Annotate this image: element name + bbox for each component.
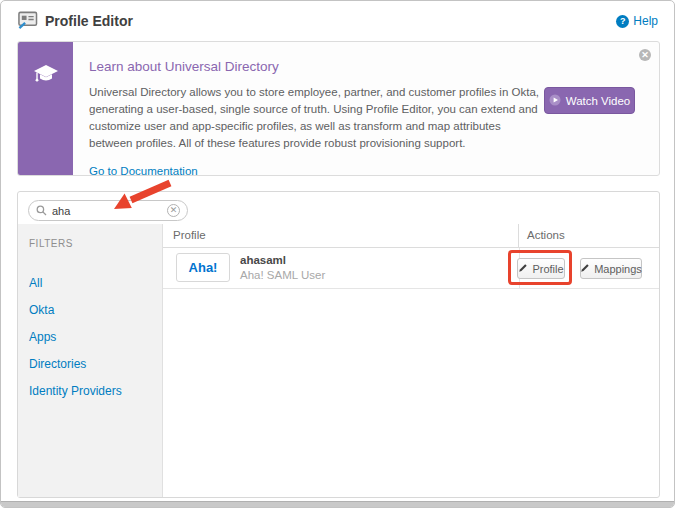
pencil-icon	[580, 263, 590, 275]
search-row: ✕	[18, 192, 659, 224]
profile-editor-icon	[17, 10, 38, 33]
watch-video-button[interactable]: Watch Video	[544, 87, 635, 114]
table-row: Aha! ahasaml Aha! SAML User Profile	[163, 248, 659, 289]
column-header-actions: Actions	[518, 224, 659, 247]
column-header-profile: Profile	[163, 224, 518, 247]
search-box[interactable]: ✕	[28, 200, 188, 221]
watch-video-label: Watch Video	[566, 95, 631, 107]
banner-accent-strip	[18, 42, 73, 175]
go-to-documentation-link[interactable]: Go to Documentation	[89, 165, 198, 177]
mappings-button[interactable]: Mappings	[580, 258, 642, 279]
help-link[interactable]: ? Help	[616, 14, 658, 28]
window-bottom-edge	[1, 501, 674, 507]
banner-close-icon[interactable]: ✕	[639, 49, 651, 61]
filter-item-directories[interactable]: Directories	[29, 358, 86, 370]
profiles-table: Profile Actions Aha! ahasaml Aha! SAML U…	[163, 224, 659, 497]
filter-item-all[interactable]: All	[29, 277, 42, 289]
filter-item-identity-providers[interactable]: Identity Providers	[29, 385, 122, 397]
filters-heading: FILTERS	[29, 238, 162, 249]
page-header: Profile Editor ? Help	[1, 1, 674, 41]
search-clear-icon[interactable]: ✕	[167, 204, 180, 217]
banner-body-text: Universal Directory allows you to store …	[89, 84, 541, 152]
search-icon	[36, 202, 47, 220]
app-logo: Aha!	[176, 253, 230, 282]
mappings-button-label: Mappings	[594, 263, 642, 275]
profile-button[interactable]: Profile	[517, 258, 565, 279]
banner-content: Learn about Universal Directory Universa…	[89, 59, 514, 179]
filter-item-apps[interactable]: Apps	[29, 331, 56, 343]
pencil-icon	[518, 263, 528, 275]
filters-list: All Okta Apps Directories Identity Provi…	[29, 273, 162, 399]
filter-item-okta[interactable]: Okta	[29, 304, 54, 316]
table-header: Profile Actions	[163, 224, 659, 248]
help-label: Help	[633, 14, 658, 28]
play-icon	[549, 94, 561, 108]
profile-name: ahasaml	[240, 254, 286, 266]
panel-body: FILTERS All Okta Apps Directories Identi…	[18, 224, 659, 497]
universal-directory-banner: Learn about Universal Directory Universa…	[17, 41, 660, 176]
profile-button-label: Profile	[532, 263, 563, 275]
help-icon: ?	[616, 15, 629, 28]
graduation-cap-icon	[33, 42, 59, 175]
page-title: Profile Editor	[45, 13, 133, 29]
banner-heading: Learn about Universal Directory	[89, 59, 514, 74]
search-input[interactable]	[52, 205, 167, 217]
profile-description: Aha! SAML User	[240, 269, 325, 281]
profile-editor-panel: ✕ FILTERS All Okta Apps Directories Iden…	[17, 191, 660, 498]
filters-sidebar: FILTERS All Okta Apps Directories Identi…	[18, 224, 163, 497]
app-window: Profile Editor ? Help Learn about Univer…	[0, 0, 675, 508]
